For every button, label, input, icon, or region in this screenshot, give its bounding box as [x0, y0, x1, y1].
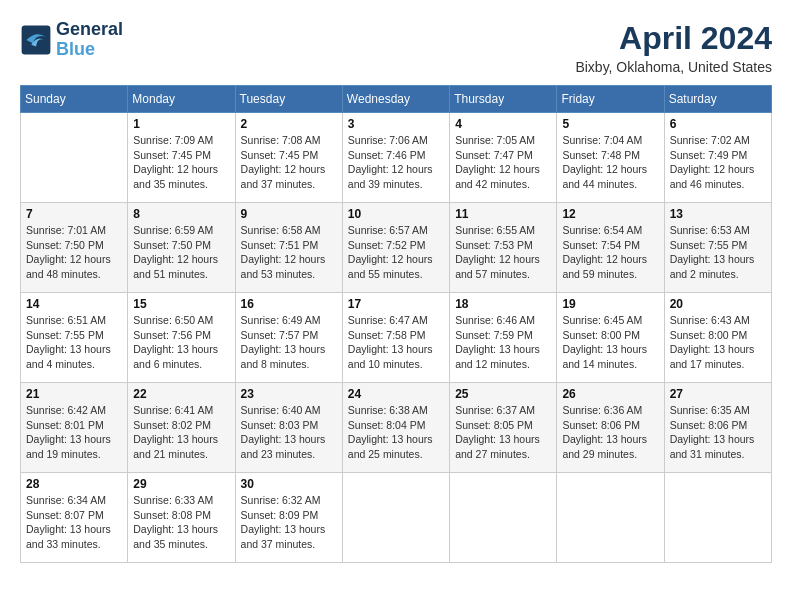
day-number: 8	[133, 207, 229, 221]
weekday-header-cell: Monday	[128, 86, 235, 113]
day-number: 27	[670, 387, 766, 401]
calendar-day-cell: 10Sunrise: 6:57 AM Sunset: 7:52 PM Dayli…	[342, 203, 449, 293]
calendar-day-cell: 12Sunrise: 6:54 AM Sunset: 7:54 PM Dayli…	[557, 203, 664, 293]
calendar-day-cell: 11Sunrise: 6:55 AM Sunset: 7:53 PM Dayli…	[450, 203, 557, 293]
day-number: 19	[562, 297, 658, 311]
title-area: April 2024 Bixby, Oklahoma, United State…	[575, 20, 772, 75]
day-info: Sunrise: 6:47 AM Sunset: 7:58 PM Dayligh…	[348, 313, 444, 372]
day-info: Sunrise: 7:06 AM Sunset: 7:46 PM Dayligh…	[348, 133, 444, 192]
day-number: 3	[348, 117, 444, 131]
calendar-day-cell: 27Sunrise: 6:35 AM Sunset: 8:06 PM Dayli…	[664, 383, 771, 473]
day-info: Sunrise: 7:09 AM Sunset: 7:45 PM Dayligh…	[133, 133, 229, 192]
logo: General Blue	[20, 20, 123, 60]
day-info: Sunrise: 7:08 AM Sunset: 7:45 PM Dayligh…	[241, 133, 337, 192]
calendar-table: SundayMondayTuesdayWednesdayThursdayFrid…	[20, 85, 772, 563]
calendar-day-cell	[450, 473, 557, 563]
day-number: 25	[455, 387, 551, 401]
day-number: 17	[348, 297, 444, 311]
weekday-header-cell: Wednesday	[342, 86, 449, 113]
day-number: 12	[562, 207, 658, 221]
day-info: Sunrise: 6:58 AM Sunset: 7:51 PM Dayligh…	[241, 223, 337, 282]
day-info: Sunrise: 7:02 AM Sunset: 7:49 PM Dayligh…	[670, 133, 766, 192]
day-info: Sunrise: 6:46 AM Sunset: 7:59 PM Dayligh…	[455, 313, 551, 372]
day-number: 6	[670, 117, 766, 131]
calendar-week-row: 1Sunrise: 7:09 AM Sunset: 7:45 PM Daylig…	[21, 113, 772, 203]
calendar-day-cell: 5Sunrise: 7:04 AM Sunset: 7:48 PM Daylig…	[557, 113, 664, 203]
location-subtitle: Bixby, Oklahoma, United States	[575, 59, 772, 75]
day-number: 15	[133, 297, 229, 311]
calendar-day-cell: 24Sunrise: 6:38 AM Sunset: 8:04 PM Dayli…	[342, 383, 449, 473]
day-info: Sunrise: 6:57 AM Sunset: 7:52 PM Dayligh…	[348, 223, 444, 282]
calendar-week-row: 28Sunrise: 6:34 AM Sunset: 8:07 PM Dayli…	[21, 473, 772, 563]
calendar-day-cell: 19Sunrise: 6:45 AM Sunset: 8:00 PM Dayli…	[557, 293, 664, 383]
day-number: 16	[241, 297, 337, 311]
day-info: Sunrise: 6:38 AM Sunset: 8:04 PM Dayligh…	[348, 403, 444, 462]
weekday-header-row: SundayMondayTuesdayWednesdayThursdayFrid…	[21, 86, 772, 113]
calendar-day-cell: 29Sunrise: 6:33 AM Sunset: 8:08 PM Dayli…	[128, 473, 235, 563]
calendar-week-row: 14Sunrise: 6:51 AM Sunset: 7:55 PM Dayli…	[21, 293, 772, 383]
day-number: 5	[562, 117, 658, 131]
day-number: 1	[133, 117, 229, 131]
day-info: Sunrise: 7:01 AM Sunset: 7:50 PM Dayligh…	[26, 223, 122, 282]
calendar-day-cell: 2Sunrise: 7:08 AM Sunset: 7:45 PM Daylig…	[235, 113, 342, 203]
day-number: 26	[562, 387, 658, 401]
logo-line1: General	[56, 20, 123, 40]
weekday-header-cell: Friday	[557, 86, 664, 113]
day-number: 10	[348, 207, 444, 221]
day-number: 18	[455, 297, 551, 311]
calendar-day-cell: 18Sunrise: 6:46 AM Sunset: 7:59 PM Dayli…	[450, 293, 557, 383]
day-info: Sunrise: 6:37 AM Sunset: 8:05 PM Dayligh…	[455, 403, 551, 462]
day-info: Sunrise: 7:04 AM Sunset: 7:48 PM Dayligh…	[562, 133, 658, 192]
day-info: Sunrise: 6:42 AM Sunset: 8:01 PM Dayligh…	[26, 403, 122, 462]
day-info: Sunrise: 6:59 AM Sunset: 7:50 PM Dayligh…	[133, 223, 229, 282]
calendar-day-cell: 3Sunrise: 7:06 AM Sunset: 7:46 PM Daylig…	[342, 113, 449, 203]
day-number: 13	[670, 207, 766, 221]
day-info: Sunrise: 6:33 AM Sunset: 8:08 PM Dayligh…	[133, 493, 229, 552]
page-header: General Blue April 2024 Bixby, Oklahoma,…	[20, 20, 772, 75]
calendar-day-cell: 20Sunrise: 6:43 AM Sunset: 8:00 PM Dayli…	[664, 293, 771, 383]
calendar-day-cell: 22Sunrise: 6:41 AM Sunset: 8:02 PM Dayli…	[128, 383, 235, 473]
logo-line2: Blue	[56, 40, 123, 60]
day-info: Sunrise: 6:50 AM Sunset: 7:56 PM Dayligh…	[133, 313, 229, 372]
calendar-week-row: 21Sunrise: 6:42 AM Sunset: 8:01 PM Dayli…	[21, 383, 772, 473]
weekday-header-cell: Thursday	[450, 86, 557, 113]
day-info: Sunrise: 6:51 AM Sunset: 7:55 PM Dayligh…	[26, 313, 122, 372]
day-number: 4	[455, 117, 551, 131]
day-info: Sunrise: 6:55 AM Sunset: 7:53 PM Dayligh…	[455, 223, 551, 282]
calendar-day-cell: 4Sunrise: 7:05 AM Sunset: 7:47 PM Daylig…	[450, 113, 557, 203]
calendar-day-cell: 23Sunrise: 6:40 AM Sunset: 8:03 PM Dayli…	[235, 383, 342, 473]
day-number: 9	[241, 207, 337, 221]
calendar-day-cell: 15Sunrise: 6:50 AM Sunset: 7:56 PM Dayli…	[128, 293, 235, 383]
calendar-day-cell: 1Sunrise: 7:09 AM Sunset: 7:45 PM Daylig…	[128, 113, 235, 203]
day-info: Sunrise: 6:49 AM Sunset: 7:57 PM Dayligh…	[241, 313, 337, 372]
calendar-day-cell: 7Sunrise: 7:01 AM Sunset: 7:50 PM Daylig…	[21, 203, 128, 293]
day-number: 14	[26, 297, 122, 311]
calendar-day-cell: 26Sunrise: 6:36 AM Sunset: 8:06 PM Dayli…	[557, 383, 664, 473]
calendar-day-cell: 17Sunrise: 6:47 AM Sunset: 7:58 PM Dayli…	[342, 293, 449, 383]
calendar-day-cell	[664, 473, 771, 563]
calendar-day-cell: 16Sunrise: 6:49 AM Sunset: 7:57 PM Dayli…	[235, 293, 342, 383]
day-info: Sunrise: 6:53 AM Sunset: 7:55 PM Dayligh…	[670, 223, 766, 282]
calendar-day-cell	[342, 473, 449, 563]
day-info: Sunrise: 6:43 AM Sunset: 8:00 PM Dayligh…	[670, 313, 766, 372]
calendar-day-cell: 6Sunrise: 7:02 AM Sunset: 7:49 PM Daylig…	[664, 113, 771, 203]
day-number: 29	[133, 477, 229, 491]
calendar-day-cell: 14Sunrise: 6:51 AM Sunset: 7:55 PM Dayli…	[21, 293, 128, 383]
day-info: Sunrise: 6:36 AM Sunset: 8:06 PM Dayligh…	[562, 403, 658, 462]
day-number: 21	[26, 387, 122, 401]
day-number: 20	[670, 297, 766, 311]
day-info: Sunrise: 7:05 AM Sunset: 7:47 PM Dayligh…	[455, 133, 551, 192]
day-info: Sunrise: 6:54 AM Sunset: 7:54 PM Dayligh…	[562, 223, 658, 282]
day-number: 11	[455, 207, 551, 221]
day-number: 22	[133, 387, 229, 401]
calendar-day-cell: 13Sunrise: 6:53 AM Sunset: 7:55 PM Dayli…	[664, 203, 771, 293]
calendar-day-cell: 28Sunrise: 6:34 AM Sunset: 8:07 PM Dayli…	[21, 473, 128, 563]
weekday-header-cell: Sunday	[21, 86, 128, 113]
day-number: 23	[241, 387, 337, 401]
weekday-header-cell: Saturday	[664, 86, 771, 113]
day-info: Sunrise: 6:32 AM Sunset: 8:09 PM Dayligh…	[241, 493, 337, 552]
day-info: Sunrise: 6:35 AM Sunset: 8:06 PM Dayligh…	[670, 403, 766, 462]
calendar-body: 1Sunrise: 7:09 AM Sunset: 7:45 PM Daylig…	[21, 113, 772, 563]
calendar-day-cell: 30Sunrise: 6:32 AM Sunset: 8:09 PM Dayli…	[235, 473, 342, 563]
calendar-day-cell: 21Sunrise: 6:42 AM Sunset: 8:01 PM Dayli…	[21, 383, 128, 473]
